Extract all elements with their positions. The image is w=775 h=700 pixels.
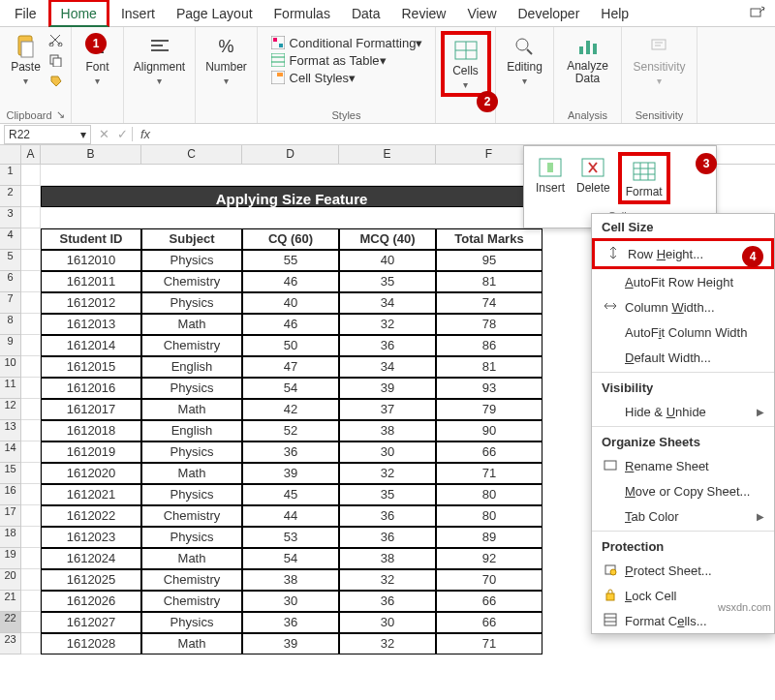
cell[interactable]: 55 xyxy=(242,250,339,271)
cell[interactable]: 46 xyxy=(242,271,339,292)
cell-styles-button[interactable]: Cell Styles ▾ xyxy=(270,70,423,85)
menu-move-copy-sheet[interactable]: Move or Copy Sheet... xyxy=(592,478,774,503)
title-band[interactable]: Applying Size Feature xyxy=(41,186,542,207)
cell[interactable]: 90 xyxy=(436,420,542,441)
cell[interactable]: 1612012 xyxy=(41,292,141,314)
cell[interactable]: 40 xyxy=(242,292,339,314)
cell[interactable]: 1612014 xyxy=(41,335,141,356)
tab-insert[interactable]: Insert xyxy=(111,2,165,25)
cell[interactable]: 35 xyxy=(339,484,436,505)
cancel-icon[interactable]: ✕ xyxy=(95,127,113,141)
cell[interactable]: 1612010 xyxy=(41,250,141,271)
cell[interactable]: 89 xyxy=(436,527,542,548)
cell[interactable]: Physics xyxy=(141,527,242,548)
cell[interactable]: 46 xyxy=(242,314,339,335)
tab-developer[interactable]: Developer xyxy=(509,2,590,25)
cell[interactable]: 95 xyxy=(436,250,542,271)
row-header[interactable]: 12 xyxy=(0,399,21,420)
copy-icon[interactable] xyxy=(48,53,64,70)
cell[interactable]: 30 xyxy=(242,591,339,612)
menu-default-width[interactable]: Default Width... xyxy=(592,345,774,370)
cell[interactable]: 71 xyxy=(436,463,542,484)
row-header[interactable]: 7 xyxy=(0,292,21,314)
cell[interactable]: 1612026 xyxy=(41,591,141,612)
name-box[interactable]: R22▾ xyxy=(4,125,91,144)
formula-input[interactable] xyxy=(158,125,775,144)
row-header[interactable]: 20 xyxy=(0,569,21,591)
tab-file[interactable]: File xyxy=(5,2,46,25)
row-header[interactable]: 16 xyxy=(0,484,21,505)
cell[interactable]: 35 xyxy=(339,271,436,292)
cell[interactable]: 1612019 xyxy=(41,441,141,463)
format-painter-icon[interactable] xyxy=(48,74,64,90)
cell[interactable]: 1612013 xyxy=(41,314,141,335)
cell[interactable]: 36 xyxy=(339,505,436,527)
th-total[interactable]: Total Marks xyxy=(436,228,542,250)
row-header[interactable]: 15 xyxy=(0,463,21,484)
cell[interactable]: 40 xyxy=(339,250,436,271)
cell[interactable]: 1612027 xyxy=(41,612,141,633)
cell[interactable]: 44 xyxy=(242,505,339,527)
cell[interactable]: Math xyxy=(141,548,242,569)
cell[interactable]: 71 xyxy=(436,633,542,654)
row-header[interactable]: 21 xyxy=(0,591,21,612)
row-header[interactable]: 3 xyxy=(0,207,21,228)
cell[interactable]: 1612022 xyxy=(41,505,141,527)
cell[interactable]: Physics xyxy=(141,378,242,399)
format-button[interactable]: Format xyxy=(618,152,670,204)
cell[interactable]: 39 xyxy=(242,463,339,484)
format-as-table-button[interactable]: Format as Table ▾ xyxy=(270,52,423,68)
tab-data[interactable]: Data xyxy=(342,2,390,25)
cell[interactable]: 36 xyxy=(339,527,436,548)
col-C[interactable]: C xyxy=(141,145,242,164)
row-header[interactable]: 13 xyxy=(0,420,21,441)
cell[interactable]: 86 xyxy=(436,335,542,356)
cell[interactable]: 54 xyxy=(242,378,339,399)
cell[interactable]: English xyxy=(141,420,242,441)
paste-button[interactable]: Paste xyxy=(7,31,45,89)
delete-button[interactable]: Delete xyxy=(573,152,614,204)
row-header[interactable]: 22 xyxy=(0,612,21,633)
cell[interactable]: 32 xyxy=(339,463,436,484)
cell[interactable]: 32 xyxy=(339,633,436,654)
enter-icon[interactable]: ✓ xyxy=(113,127,132,141)
cell[interactable]: 66 xyxy=(436,441,542,463)
cell[interactable]: 36 xyxy=(242,441,339,463)
cell[interactable]: Physics xyxy=(141,484,242,505)
cell[interactable]: 1612021 xyxy=(41,484,141,505)
fx-icon[interactable]: fx xyxy=(132,127,158,141)
menu-hide-unhide[interactable]: Hide & Unhide▶ xyxy=(592,399,774,424)
cell[interactable]: 1612023 xyxy=(41,527,141,548)
th-subject[interactable]: Subject xyxy=(141,228,242,250)
tab-help[interactable]: Help xyxy=(591,2,638,25)
cell[interactable]: Chemistry xyxy=(141,505,242,527)
cell[interactable]: 66 xyxy=(436,591,542,612)
cell[interactable]: 78 xyxy=(436,314,542,335)
col-B[interactable]: B xyxy=(41,145,141,164)
cell[interactable]: 79 xyxy=(436,399,542,420)
col-D[interactable]: D xyxy=(242,145,339,164)
cell[interactable]: 38 xyxy=(242,569,339,591)
cell[interactable]: Physics xyxy=(141,441,242,463)
row-header[interactable]: 4 xyxy=(0,228,21,250)
cell[interactable]: 52 xyxy=(242,420,339,441)
cell[interactable]: 54 xyxy=(242,548,339,569)
editing-button[interactable]: Editing xyxy=(503,31,546,89)
sensitivity-button[interactable]: Sensitivity xyxy=(629,31,689,89)
row-header[interactable]: 2 xyxy=(0,186,21,207)
cell[interactable]: 45 xyxy=(242,484,339,505)
cell[interactable]: 81 xyxy=(436,271,542,292)
cell[interactable]: Chemistry xyxy=(141,271,242,292)
col-A[interactable]: A xyxy=(21,145,41,164)
row-header[interactable]: 19 xyxy=(0,548,21,569)
conditional-formatting-button[interactable]: Conditional Formatting ▾ xyxy=(270,35,423,50)
cell[interactable]: 92 xyxy=(436,548,542,569)
cell[interactable]: 32 xyxy=(339,314,436,335)
cell[interactable]: 1612018 xyxy=(41,420,141,441)
cell[interactable]: 80 xyxy=(436,505,542,527)
row-header[interactable]: 9 xyxy=(0,335,21,356)
row-header[interactable]: 5 xyxy=(0,250,21,271)
cell[interactable]: 47 xyxy=(242,356,339,378)
cell[interactable]: 42 xyxy=(242,399,339,420)
cell[interactable]: 34 xyxy=(339,292,436,314)
